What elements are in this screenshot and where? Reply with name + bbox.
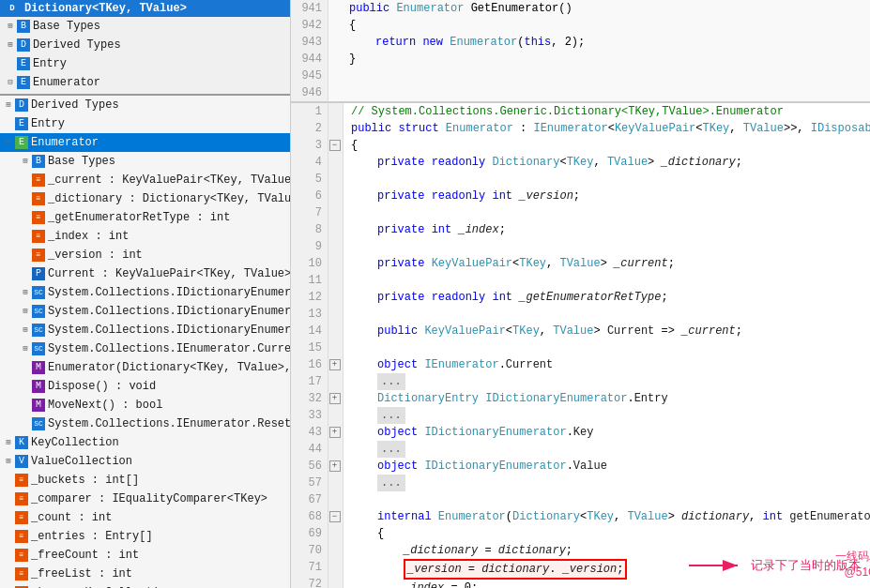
expand-icon[interactable]: ⊟ [4,76,17,89]
entry-icon2: E [15,117,28,130]
expand-icon[interactable]: ⊞ [4,38,17,52]
collapse-btn-3[interactable]: − [329,140,341,151]
sys-icon4: SC [32,342,45,355]
entry-item[interactable]: E Entry [0,54,290,73]
expand-icon [19,417,32,430]
collapse-btn-16[interactable]: + [329,359,341,370]
current-field[interactable]: ≡ _current : KeyValuePair<TKey, TValue> [0,171,290,189]
code-line-56: object IDictionaryEnumerator.Value [351,458,870,475]
field-icon5: ≡ [32,249,45,262]
f-label6: _freeList : int [31,565,132,582]
field-label3: _getEnumeratorRetType : int [48,209,230,226]
f-icon4: ≡ [15,530,28,543]
expand-icon[interactable]: ⊞ [2,436,15,449]
dispose-method[interactable]: M Dispose() : void [0,377,290,396]
prop-label: Current : KeyValuePair<TKey, TValue> [48,265,291,282]
spacer [2,549,15,562]
expand-icon[interactable]: ⊞ [19,324,32,337]
spacer [19,173,32,187]
f-label2: _comparer : IEqualityComparer<TKey> [31,490,267,507]
comparer-field[interactable]: ≡ _comparer : IEqualityComparer<TKey> [0,490,290,508]
sys-ienum-current[interactable]: ⊞ SC System.Collections.IEnumerator.Curr… [0,339,290,358]
collapse-btn-69[interactable]: − [329,511,341,522]
ellipsis-17: ... [377,373,405,390]
freecount-field[interactable]: ≡ _freeCount : int [0,546,290,565]
field-icon2: ≡ [32,192,45,205]
keycollection-item[interactable]: ⊞ K KeyCollection [0,433,290,452]
comment-1: // System.Collections.Generic.Dictionary… [351,103,784,120]
base-types-item[interactable]: ⊞ B Base Types [0,17,290,36]
freelist-field[interactable]: ≡ _freeList : int [0,565,290,583]
sys-label2: System.Collections.IDictionaryEnumera... [48,303,291,320]
entry-label2: Entry [31,115,65,132]
kw-return: return [375,34,416,51]
movenext-method[interactable]: M MoveNext() : bool [0,396,290,415]
code-line-67 [351,491,870,508]
ln-943: 943 [297,34,322,51]
version-field[interactable]: ≡ _version : int [0,246,290,264]
code-line-11 [351,272,870,289]
code-line-9 [351,238,870,255]
code-line-4: private readonly Dictionary<TKey, TValue… [351,154,870,171]
sys-icon5: SC [32,417,45,430]
f-label: _buckets : int[] [31,472,139,489]
spacer [2,511,15,524]
spacer [2,530,15,543]
code-line-944: return new Enumerator(this, 2); [336,34,862,51]
base-types-item2[interactable]: ⊞ B Base Types [0,152,290,171]
sys-label3: System.Collections.IDictionaryEnumera... [48,322,291,339]
derived-types-item[interactable]: ⊞ D Derived Types [0,36,290,54]
constructor-method[interactable]: M Enumerator(Dictionary<TKey, TValue>,..… [0,358,290,377]
expand-icon[interactable]: ⊞ [19,286,32,299]
expand-icon[interactable]: ⊞ [2,98,15,112]
code-line-1: // System.Collections.Generic.Dictionary… [351,103,870,120]
getenumrettype-field[interactable]: ≡ _getEnumeratorRetType : int [0,208,290,227]
count-field[interactable]: ≡ _count : int [0,508,290,527]
expand-icon[interactable]: ⊟ [2,136,15,149]
collapse-btn-32[interactable]: + [329,393,341,404]
sys-idict2[interactable]: ⊞ SC System.Collections.IDictionaryEnume… [0,302,290,321]
enumerator-item-top[interactable]: ⊟ E Enumerator [0,73,290,92]
keys-field[interactable]: ≡ _keys : KeyCollection [0,583,290,588]
ellipsis-44: ... [377,441,405,458]
code-line-7 [351,204,870,221]
code-line-68: internal Enumerator(Dictionary<TKey, TVa… [351,508,870,525]
current-prop[interactable]: P Current : KeyValuePair<TKey, TValue> [0,264,290,283]
collapse-gutter: − + + + [328,103,343,588]
bt-label: Base Types [48,153,115,170]
expand-icon[interactable]: ⊞ [19,305,32,318]
collapse-btn-56[interactable]: + [329,460,341,472]
dictionary-title: D Dictionary<TKey, TValue> [6,2,284,15]
code-line-17: ... [351,373,870,390]
expand-icon[interactable]: ⊞ [4,20,17,33]
code-line-943: { [336,17,862,34]
field-label4: _index : int [48,228,129,245]
spacer [19,192,32,205]
collapse-btn-43[interactable]: + [329,427,341,438]
ellipsis-57: ... [377,475,405,491]
entry-item2[interactable]: E Entry [0,114,290,133]
sys-ienum-reset[interactable]: SC System.Collections.IEnumerator.Reset(… [0,415,290,433]
sys-idict1[interactable]: ⊞ SC System.Collections.IDictionaryEnume… [0,283,290,302]
expand-icon[interactable]: ⊞ [19,155,32,168]
index-field[interactable]: ≡ _index : int [0,227,290,246]
sys-icon2: SC [32,305,45,318]
derived-types-item2[interactable]: ⊞ D Derived Types [0,96,290,114]
spacer [2,567,15,580]
valuecollection-item[interactable]: ⊞ V ValueCollection [0,452,290,471]
buckets-field[interactable]: ≡ _buckets : int[] [0,471,290,490]
expand-icon[interactable]: ⊞ [2,455,15,468]
enumerator-item[interactable]: ⊟ E Enumerator [0,133,290,152]
code-line-72: _index = 0; [351,580,870,588]
field-label: _current : KeyValuePair<TKey, TValue> [48,172,291,188]
sys-idict3[interactable]: ⊞ SC System.Collections.IDictionaryEnume… [0,321,290,339]
entries-field[interactable]: ≡ _entries : Entry[] [0,527,290,546]
sys-icon3: SC [32,324,45,337]
f-icon5: ≡ [15,549,28,562]
dictionary-field[interactable]: ≡ _dictionary : Dictionary<TKey, TValue> [0,189,290,208]
spacer [19,211,32,224]
expand-icon[interactable]: ⊞ [19,342,32,355]
f-label5: _freeCount : int [31,547,139,564]
ln-942: 942 [297,17,322,34]
method-label2: Dispose() : void [48,378,156,395]
